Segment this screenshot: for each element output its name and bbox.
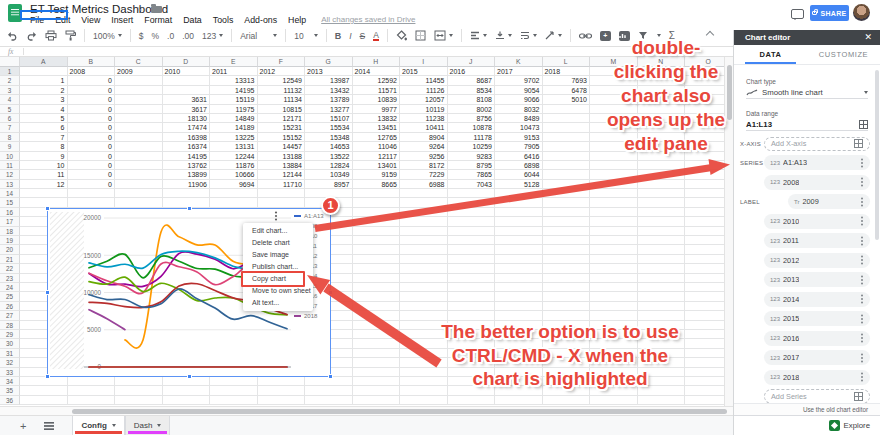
column-header-D[interactable]: D	[163, 57, 211, 67]
vertical-scrollbar[interactable]	[724, 57, 733, 406]
cell[interactable]	[495, 227, 543, 236]
row-header-14[interactable]: 14	[0, 189, 20, 198]
cell[interactable]	[495, 189, 543, 198]
cell[interactable]	[210, 396, 258, 405]
menu-format[interactable]: Format	[144, 15, 172, 25]
cell[interactable]	[638, 105, 686, 114]
explore-label[interactable]: Explore	[844, 421, 870, 430]
cell[interactable]	[590, 321, 638, 330]
row-header-36[interactable]: 36	[0, 396, 20, 405]
cell[interactable]	[638, 114, 686, 123]
more-options-icon[interactable]	[861, 181, 863, 183]
cell[interactable]	[638, 236, 686, 245]
all-sheets-icon[interactable]	[44, 422, 54, 430]
cell[interactable]	[543, 339, 591, 348]
cell[interactable]: 0	[68, 105, 116, 114]
cell[interactable]	[163, 386, 211, 395]
cell[interactable]	[400, 255, 448, 264]
cell[interactable]: 8489	[495, 114, 543, 123]
column-header-C[interactable]: C	[115, 57, 163, 67]
cell[interactable]: 13987	[305, 76, 353, 85]
chart-type-select[interactable]: Smooth line chart	[746, 86, 868, 99]
cell[interactable]	[495, 255, 543, 264]
share-button[interactable]: SHARE	[810, 5, 849, 21]
cell[interactable]	[543, 255, 591, 264]
cell[interactable]: 13131	[210, 142, 258, 151]
cell[interactable]	[448, 330, 496, 339]
row-header-29[interactable]: 29	[0, 330, 20, 339]
cell[interactable]	[210, 386, 258, 395]
cell[interactable]	[590, 95, 638, 104]
row-header-4[interactable]: 4	[0, 95, 20, 104]
cell[interactable]	[400, 283, 448, 292]
cell[interactable]	[20, 67, 68, 76]
cell[interactable]	[543, 302, 591, 311]
cell[interactable]	[543, 152, 591, 161]
cell[interactable]	[448, 302, 496, 311]
cell[interactable]	[590, 142, 638, 151]
cell[interactable]: 11	[20, 170, 68, 179]
paint-format-icon[interactable]	[65, 30, 76, 41]
cell[interactable]: 15534	[305, 123, 353, 132]
cell[interactable]	[543, 217, 591, 226]
cell[interactable]: 13277	[305, 105, 353, 114]
cell[interactable]: 8904	[400, 133, 448, 142]
cell[interactable]	[495, 274, 543, 283]
font-select[interactable]: Arial	[240, 31, 277, 41]
cell[interactable]	[20, 198, 68, 207]
more-options-icon[interactable]	[861, 240, 863, 242]
cell[interactable]	[115, 86, 163, 95]
cell[interactable]	[448, 311, 496, 320]
cell[interactable]	[590, 227, 638, 236]
cell[interactable]	[115, 123, 163, 132]
cell[interactable]	[495, 330, 543, 339]
cell[interactable]	[495, 292, 543, 301]
row-header-31[interactable]: 31	[0, 349, 20, 358]
cell[interactable]	[638, 349, 686, 358]
column-header-M[interactable]: M	[590, 57, 638, 67]
more-options-icon[interactable]	[861, 220, 863, 222]
cell[interactable]	[400, 274, 448, 283]
cell[interactable]: 2018	[543, 67, 591, 76]
sheets-logo-icon[interactable]	[8, 4, 22, 22]
cell[interactable]: 0	[68, 180, 116, 189]
cell[interactable]: 11178	[448, 133, 496, 142]
cell[interactable]	[638, 170, 686, 179]
more-options-icon[interactable]	[861, 298, 863, 300]
cell[interactable]	[590, 217, 638, 226]
row-header-6[interactable]: 6	[0, 114, 20, 123]
cell[interactable]	[543, 274, 591, 283]
cell[interactable]	[448, 227, 496, 236]
cell[interactable]	[638, 386, 686, 395]
cell[interactable]	[448, 264, 496, 273]
cell[interactable]	[495, 217, 543, 226]
redo-icon[interactable]	[26, 30, 37, 41]
cell[interactable]	[163, 189, 211, 198]
cell[interactable]: 9702	[495, 76, 543, 85]
explore-icon[interactable]	[829, 420, 840, 431]
cell[interactable]	[20, 396, 68, 405]
cell[interactable]: 0	[68, 170, 116, 179]
cell[interactable]: 13832	[353, 114, 401, 123]
row-header-21[interactable]: 21	[0, 255, 20, 264]
row-header-28[interactable]: 28	[0, 321, 20, 330]
cell[interactable]	[353, 198, 401, 207]
cell[interactable]	[163, 76, 211, 85]
cell[interactable]	[68, 377, 116, 386]
cell[interactable]	[163, 396, 211, 405]
cell[interactable]: 2014	[353, 67, 401, 76]
cell[interactable]: 12549	[258, 76, 306, 85]
cell[interactable]: 11132	[258, 86, 306, 95]
cell[interactable]	[353, 217, 401, 226]
cell[interactable]: 11571	[353, 86, 401, 95]
cell[interactable]: 6044	[495, 170, 543, 179]
resize-handle[interactable]	[328, 290, 333, 295]
cell[interactable]	[353, 292, 401, 301]
series-chip-2018[interactable]: 1232018	[764, 370, 870, 385]
row-header-1[interactable]: 1	[0, 67, 20, 76]
cell[interactable]	[543, 292, 591, 301]
cell[interactable]: 13401	[353, 161, 401, 170]
cell[interactable]	[115, 133, 163, 142]
cell[interactable]: 2009	[115, 67, 163, 76]
cell[interactable]: 11906	[163, 180, 211, 189]
